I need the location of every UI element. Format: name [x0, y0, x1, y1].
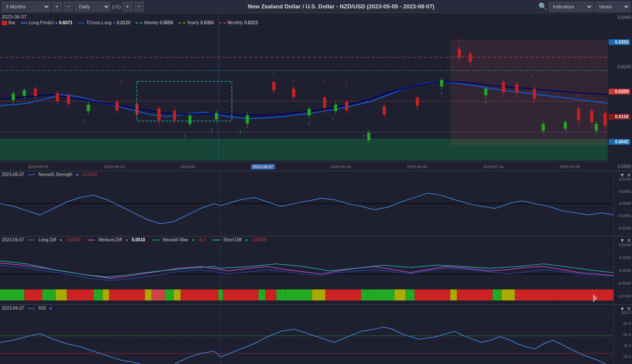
- neuralxmax-value: -9.4: [198, 237, 206, 242]
- svg-rect-20: [87, 105, 90, 111]
- svg-rect-46: [56, 93, 59, 101]
- legend-monthly: Monthly 0.6023: [219, 20, 258, 25]
- period-select[interactable]: 3 Months 1 Month 6 Months 1 Year: [2, 2, 50, 11]
- rsi-line-icon: [28, 308, 35, 309]
- longpredict-dot: ●: [55, 20, 58, 25]
- neuralxmax-name: NeuralX.Max: [163, 237, 188, 242]
- timeframe-select[interactable]: Daily Weekly Monthly: [75, 2, 110, 11]
- svg-rect-44: [34, 89, 37, 96]
- mediumdiff-dot: ●: [125, 237, 128, 242]
- period-decrement-btn[interactable]: −: [64, 2, 73, 11]
- neuralxmax-dot: ●: [192, 237, 195, 242]
- svg-rect-78: [533, 89, 536, 99]
- rsi-collapse-btn[interactable]: ▼: [620, 306, 625, 312]
- svg-rect-146: [501, 289, 515, 300]
- neurax-value: -0.0010: [82, 172, 97, 177]
- date-axis-item-1: 2023-05-05: [28, 165, 48, 169]
- diff-header: 2023-06-07 Long.Diff ● -0.0042 Medium.Di…: [2, 237, 266, 242]
- svg-text:↓: ↓: [576, 90, 580, 98]
- rsi-close-btn[interactable]: ✕: [627, 306, 631, 312]
- svg-rect-143: [450, 289, 457, 300]
- rsi-rl-5: 21.0: [615, 354, 631, 359]
- rsi-panel[interactable]: 2023-06-07 RSI ● 32.8 ▼ ✕ 101.: [0, 305, 632, 364]
- yearly-value: 0.6350: [200, 20, 214, 25]
- svg-rect-26: [246, 115, 248, 123]
- neurax-collapse-btn[interactable]: ▼: [620, 172, 625, 178]
- svg-rect-151: [0, 305, 613, 364]
- svg-text:↑: ↑: [183, 132, 187, 140]
- svg-rect-70: [458, 49, 461, 57]
- bar-icon: [2, 21, 7, 25]
- diff-rl-2: 0.0050: [615, 255, 631, 260]
- rsi-name: RSI: [38, 306, 46, 311]
- diff-controls: ▼ ✕: [620, 237, 631, 244]
- tcrosslong-dot: ●: [113, 20, 116, 25]
- diff-rl-3: 0.0000: [615, 268, 631, 273]
- mediumdiff-line-icon: [88, 240, 95, 240]
- toolbar: 3 Months 1 Month 6 Months 1 Year + − Dai…: [0, 0, 632, 13]
- svg-rect-140: [395, 289, 406, 300]
- date-axis-highlighted: 2023-06-07: [251, 164, 275, 169]
- period-increment-btn[interactable]: +: [52, 2, 62, 11]
- neurax-dot: ●: [76, 172, 79, 177]
- svg-rect-145: [493, 289, 501, 300]
- svg-text:↑: ↑: [331, 115, 335, 122]
- svg-text:↑: ↑: [541, 124, 545, 131]
- svg-rect-122: [94, 289, 102, 300]
- svg-text:↑: ↑: [362, 132, 366, 140]
- svg-rect-133: [265, 289, 276, 300]
- main-chart-overlay: 2023-06-07 Bar Long.Predict ● 0.6071 TCr…: [2, 14, 258, 26]
- svg-rect-131: [223, 289, 259, 300]
- svg-rect-30: [335, 105, 337, 111]
- yearly-line-icon: [178, 23, 185, 23]
- shortdiff-dot: ●: [245, 237, 248, 242]
- svg-rect-58: [272, 83, 275, 90]
- neurax-right-labels: 0.0100 0.0050 0.0000 -0.0050 -0.0100: [613, 171, 632, 236]
- indicators-select[interactable]: Indicators: [549, 2, 593, 11]
- rsi-rl-4: 41.0: [615, 343, 631, 348]
- svg-rect-141: [406, 289, 414, 300]
- svg-rect-147: [515, 289, 560, 300]
- svg-text:↑: ↑: [307, 119, 311, 127]
- svg-rect-60: [292, 89, 295, 97]
- neuralxmax-line-icon: [152, 240, 159, 240]
- svg-rect-76: [515, 85, 518, 93]
- svg-rect-84: [604, 113, 606, 125]
- svg-text:↓: ↓: [271, 69, 275, 76]
- svg-rect-120: [56, 289, 67, 300]
- legend-bar: Bar: [2, 20, 15, 25]
- neurax-rl-5: -0.0100: [615, 226, 631, 230]
- diff-collapse-btn[interactable]: ▼: [620, 237, 625, 244]
- rsi-dot: ●: [49, 306, 52, 311]
- neurax-close-btn[interactable]: ✕: [627, 172, 631, 178]
- mediumdiff-name: Medium.Diff: [98, 237, 122, 242]
- weekly-value: 0.6056: [160, 20, 173, 25]
- tcrosslong-value: 0.6120: [117, 20, 131, 25]
- diff-rl-5: -0.0100: [615, 294, 631, 298]
- bar-label: Bar: [8, 20, 15, 25]
- search-icon[interactable]: 🔍: [538, 2, 547, 11]
- diff-close-btn[interactable]: ✕: [627, 237, 631, 244]
- views-select[interactable]: Views: [595, 2, 630, 11]
- svg-rect-22: [188, 116, 191, 124]
- increment-minus-btn[interactable]: −: [134, 2, 144, 11]
- monthly-value: 0.6023: [245, 20, 258, 25]
- svg-rect-24: [215, 113, 218, 119]
- svg-rect-148: [560, 289, 613, 300]
- svg-text:↓: ↓: [457, 36, 461, 43]
- svg-rect-74: [502, 83, 505, 92]
- main-chart[interactable]: 2023-06-07 Bar Long.Predict ● 0.6071 TCr…: [0, 13, 632, 171]
- increment-plus-btn[interactable]: +: [123, 2, 132, 11]
- weekly-label: Weekly: [144, 20, 158, 25]
- diff-panel[interactable]: 2023-06-07 Long.Diff ● -0.0042 Medium.Di…: [0, 236, 632, 305]
- yearly-label: Yearly: [187, 20, 199, 25]
- neurax-svg: [0, 171, 613, 236]
- date-axis-item-8: 2023-07-28: [560, 165, 580, 169]
- longpredict-line-icon: [21, 23, 28, 23]
- svg-rect-18: [23, 90, 26, 96]
- price-labels: 0.6440 0.6350 0.6240 0.6209 0.6158 0.604…: [608, 13, 632, 171]
- svg-rect-138: [361, 289, 368, 300]
- longpredict-value: 0.6071: [59, 20, 73, 25]
- shortdiff-value: -0.0008: [251, 237, 266, 242]
- neurax-panel[interactable]: 2023-06-07 NeuralX.Strength ● -0.0010 ▼ …: [0, 171, 632, 236]
